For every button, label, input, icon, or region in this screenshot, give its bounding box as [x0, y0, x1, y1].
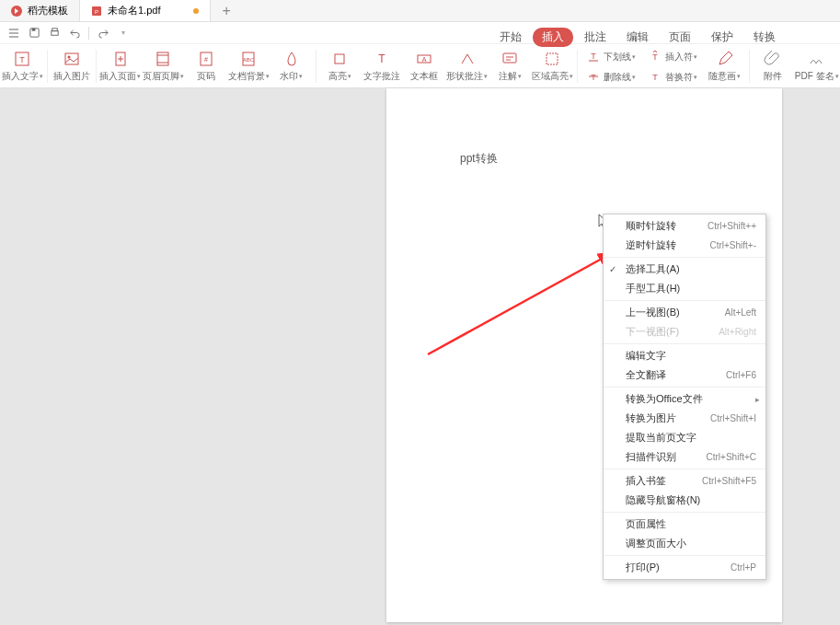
ctx-prev-view[interactable]: 上一视图(B)Alt+Left [604, 303, 765, 322]
insert-text-button[interactable]: T 插入文字▾ [2, 46, 43, 87]
daoké-icon [11, 6, 22, 17]
highlight-icon [330, 50, 349, 68]
ctx-rotate-ccw[interactable]: 逆时针旋转Ctrl+Shift+- [604, 236, 765, 255]
svg-rect-6 [52, 29, 57, 31]
ribbon-label: 随意画▾ [708, 70, 741, 83]
replace-button[interactable]: T 替换符▾ [643, 66, 703, 87]
print-button[interactable] [46, 25, 63, 41]
modified-dot-icon [193, 8, 199, 14]
text-annot-icon: T [373, 50, 391, 68]
menu-button[interactable] [6, 25, 22, 41]
undo-button[interactable] [66, 25, 83, 41]
watermark-button[interactable]: 水印▾ [271, 46, 312, 87]
ribbon-label: 高亮▾ [328, 70, 351, 83]
tab-add-button[interactable]: + [211, 3, 241, 19]
separator-icon [604, 387, 765, 388]
ribbon-label: 附件 [764, 70, 782, 83]
save-button[interactable] [26, 25, 42, 41]
shape-annotation-button[interactable]: 形状批注▾ [446, 46, 488, 87]
separator-icon [604, 512, 765, 513]
ribbon-label: 插入文字▾ [2, 70, 43, 83]
ribbon-label: 形状批注▾ [446, 70, 488, 83]
menu-insert[interactable]: 插入 [533, 28, 573, 47]
tab-label: 未命名1.pdf [108, 4, 160, 17]
ribbon-label: 区域高亮▾ [532, 70, 573, 83]
ctx-extract-text[interactable]: 提取当前页文字 [604, 428, 765, 447]
page-text: ppt转换 [460, 151, 498, 167]
underline-icon: T [587, 50, 600, 63]
menu-convert[interactable]: 转换 [744, 28, 785, 47]
header-footer-icon [154, 50, 172, 68]
insert-image-button[interactable]: 插入图片 [52, 46, 92, 87]
tab-daoké[interactable]: 稻壳模板 [0, 0, 80, 21]
ctx-select-tool[interactable]: ✓选择工具(A) [604, 260, 765, 279]
freehand-button[interactable]: 随意画▾ [705, 46, 745, 87]
pdf-icon: P [91, 6, 102, 17]
strikethrough-button[interactable]: T 删除线▾ [581, 66, 641, 87]
ribbon: T 插入文字▾ 插入图片 插入页面▾ 页眉页脚▾ # 页码 ABC 文档背景▾ … [0, 44, 840, 88]
svg-rect-9 [65, 53, 78, 64]
area-highlight-button[interactable]: 区域高亮▾ [532, 46, 573, 87]
ctx-ocr[interactable]: 扫描件识别Ctrl+Shift+C [604, 447, 765, 467]
menu-page[interactable]: 页面 [660, 28, 700, 47]
pdf-sign-button[interactable]: PDF 签名▾ [795, 46, 838, 87]
ctx-edit-text[interactable]: 编辑文字 [604, 346, 765, 365]
svg-text:T: T [591, 52, 596, 61]
check-icon: ✓ [609, 264, 616, 274]
ribbon-label: 注解▾ [499, 70, 522, 83]
separator-icon [316, 50, 316, 83]
separator-icon [604, 257, 765, 258]
ctx-hand-tool[interactable]: 手型工具(H) [604, 279, 765, 298]
ribbon-label: 水印▾ [280, 70, 303, 83]
text-annotation-button[interactable]: T 文字批注 [362, 46, 402, 87]
svg-text:T: T [652, 52, 658, 62]
page-number-button[interactable]: # 页码 [186, 46, 226, 87]
textbox-button[interactable]: A 文本框 [404, 46, 444, 87]
menu-start[interactable]: 开始 [490, 28, 531, 47]
svg-text:#: # [204, 56, 208, 63]
ctx-rotate-cw[interactable]: 顺时针旋转Ctrl+Shift++ [604, 216, 765, 236]
underline-button[interactable]: T 下划线▾ [581, 46, 641, 66]
shape-icon [458, 50, 477, 68]
ribbon-label: 页眉页脚▾ [143, 70, 184, 83]
ribbon-label: 插入页面▾ [99, 70, 141, 83]
ctx-hide-nav[interactable]: 隐藏导航窗格(N) [604, 491, 765, 510]
svg-text:P: P [95, 9, 98, 15]
ctx-convert-office[interactable]: 转换为Office文件▸ [604, 389, 765, 409]
chevron-right-icon: ▸ [755, 395, 760, 404]
ctx-page-properties[interactable]: 页面属性 [604, 515, 765, 534]
comment-button[interactable]: 注解▾ [489, 46, 530, 87]
text-icon: T [13, 50, 31, 68]
separator-icon [88, 27, 89, 40]
svg-rect-12 [157, 52, 168, 65]
menu-protect[interactable]: 保护 [702, 28, 742, 47]
ctx-next-view: 下一视图(F)Alt+Right [604, 322, 765, 341]
ctx-translate[interactable]: 全文翻译Ctrl+F6 [604, 365, 765, 385]
separator-icon [604, 555, 765, 556]
header-footer-button[interactable]: 页眉页脚▾ [143, 46, 184, 87]
menu-annotate[interactable]: 批注 [575, 28, 616, 47]
ctx-print[interactable]: 打印(P)Ctrl+P [604, 558, 765, 577]
area-hl-icon [543, 50, 561, 68]
ribbon-label: 文档背景▾ [228, 70, 270, 83]
ribbon-label: 插入符▾ [665, 51, 697, 64]
svg-rect-23 [503, 53, 516, 63]
menu-edit[interactable]: 编辑 [617, 28, 658, 47]
ctx-convert-image[interactable]: 转换为图片Ctrl+Shift+I [604, 409, 765, 428]
ctx-resize-page[interactable]: 调整页面大小 [604, 534, 765, 553]
title-tabs: 稻壳模板 P 未命名1.pdf + [0, 0, 840, 22]
doc-background-button[interactable]: ABC 文档背景▾ [228, 46, 270, 87]
highlight-button[interactable]: 高亮▾ [319, 46, 360, 87]
svg-point-10 [67, 55, 70, 58]
ctx-bookmark[interactable]: 插入书签Ctrl+Shift+F5 [604, 471, 765, 491]
insert-page-button[interactable]: 插入页面▾ [99, 46, 141, 87]
caret-insert-button[interactable]: T 插入符▾ [643, 46, 703, 66]
tab-pdf[interactable]: P 未命名1.pdf [80, 0, 211, 21]
attachment-button[interactable]: 附件 [753, 46, 793, 87]
ribbon-label: 页码 [197, 70, 215, 83]
ribbon-label: 插入图片 [53, 70, 90, 83]
ribbon-label: 删除线▾ [604, 71, 636, 84]
redo-button[interactable] [95, 25, 111, 41]
textbox-icon: A [415, 50, 433, 68]
dropdown-caret-icon[interactable]: ▾ [115, 25, 132, 41]
